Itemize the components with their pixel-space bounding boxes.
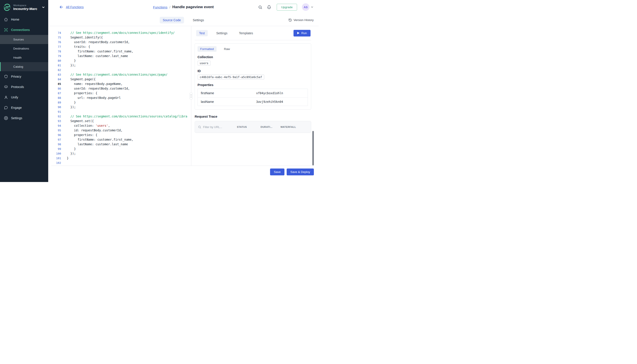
line-number: 96	[51, 133, 61, 137]
sidebar-item-privacy[interactable]: Privacy	[0, 71, 48, 82]
upgrade-button[interactable]: Upgrade	[277, 4, 297, 10]
test-panel-tabs: Test Settings Templates Run	[195, 26, 311, 40]
request-trace-table: STATUS DURATI... WATERFALL	[195, 121, 311, 133]
sidebar-item-settings[interactable]: Settings	[0, 113, 48, 123]
line-number: 101	[51, 156, 61, 160]
test-output: Formatted Raw Collection users ID c48b16…	[195, 43, 311, 110]
vertical-scrollbar-thumb[interactable]	[312, 131, 314, 166]
workspace-name: Incountry-Marc	[13, 7, 39, 10]
search-icon	[198, 126, 201, 129]
sidebar-item-destinations[interactable]: Destinations	[0, 44, 48, 53]
code-text: Segment.identify({	[61, 35, 103, 40]
code-line: 94 collection: 'users',	[51, 124, 191, 128]
chevron-down-icon	[310, 6, 314, 8]
code-line: 84 Segment.page({	[51, 77, 191, 82]
tab-source-code[interactable]: Source Code	[160, 17, 184, 24]
sidebar: Workspace Incountry-Marc Home Connection…	[0, 0, 48, 182]
resize-handle[interactable]	[190, 93, 193, 99]
sidebar-item-label: Unify	[11, 96, 18, 99]
home-icon	[4, 18, 8, 22]
code-line: 85 name: requestBody.pageName,	[51, 82, 191, 86]
sidebar-item-label: Protocols	[11, 85, 24, 89]
sidebar-item-sources[interactable]: Sources	[0, 35, 48, 44]
version-history-button[interactable]: Version History	[288, 18, 314, 22]
line-number: 89	[51, 100, 61, 105]
code-text: Segment.set({	[61, 119, 94, 124]
code-lines: 74 // See https://segment.com/docs/conne…	[51, 30, 191, 165]
bell-icon[interactable]	[266, 5, 272, 10]
code-line: 88 url: requestBody.pageUrl	[51, 96, 191, 100]
test-panel: Test Settings Templates Run Formatted Ra…	[191, 26, 311, 166]
sidebar-subitem-label: Health	[13, 56, 22, 59]
line-number: 98	[51, 142, 61, 146]
trace-filter-input[interactable]	[203, 126, 232, 129]
all-functions-link[interactable]: All Functions	[66, 5, 84, 9]
code-line: 102	[51, 160, 191, 165]
line-number: 82	[51, 68, 61, 72]
line-number: 94	[51, 124, 61, 128]
line-number: 85	[51, 82, 61, 86]
code-text: // See https://segment.com/docs/connecti…	[61, 114, 187, 119]
run-button[interactable]: Run	[294, 30, 310, 36]
code-text: }	[61, 100, 76, 105]
code-text: userId: requestBody.customerId,	[61, 40, 130, 44]
account-menu[interactable]: AS	[302, 3, 314, 11]
line-number: 80	[51, 58, 61, 63]
tab-formatted[interactable]: Formatted	[198, 46, 216, 52]
sidebar-item-engage[interactable]: Engage	[0, 102, 48, 113]
breadcrumb-separator: /	[170, 5, 170, 9]
code-line: 75 Segment.identify({	[51, 35, 191, 40]
sidebar-item-unify[interactable]: Unify	[0, 92, 48, 102]
workspace-switcher[interactable]: Workspace Incountry-Marc	[0, 0, 48, 14]
tab-test-settings[interactable]: Settings	[214, 30, 230, 36]
save-deploy-button[interactable]: Save & Deploy	[287, 168, 314, 175]
search-icon[interactable]	[258, 5, 262, 10]
trace-column-status: STATUS	[237, 126, 260, 128]
code-line: 97 firstName: customer.first_name,	[51, 137, 191, 142]
sidebar-item-home[interactable]: Home	[0, 14, 48, 24]
tab-test[interactable]: Test	[196, 30, 208, 36]
main-area: All Functions Functions / Handle pagevie…	[48, 0, 318, 182]
code-line: 99 }	[51, 146, 191, 151]
sidebar-item-protocols[interactable]: Protocols	[0, 82, 48, 92]
sidebar-item-label: Privacy	[11, 75, 21, 78]
save-button[interactable]: Save	[270, 168, 284, 175]
code-line: 95 id: requestBody.customerId,	[51, 128, 191, 133]
id-value: c48b16fa-eabc-4ef5-9a1f-a5c891e6c5af	[198, 74, 264, 80]
tab-settings[interactable]: Settings	[190, 17, 207, 24]
line-number: 93	[51, 119, 61, 124]
sidebar-item-health[interactable]: Health	[0, 53, 48, 62]
sidebar-subitem-label: Destinations	[13, 47, 29, 50]
play-icon	[297, 32, 300, 34]
code-line: 83 // See https://segment.com/docs/conne…	[51, 72, 191, 77]
code-text: // See https://segment.com/docs/connecti…	[61, 30, 175, 35]
code-text: userId: requestBody.customerId,	[61, 86, 130, 91]
tab-raw[interactable]: Raw	[222, 46, 233, 52]
sidebar-item-label: Engage	[11, 106, 22, 110]
code-text: });	[61, 151, 76, 156]
line-number: 88	[51, 96, 61, 100]
sidebar-item-catalog[interactable]: Catalog	[0, 62, 48, 71]
code-line: 90 });	[51, 105, 191, 110]
code-line: 86 userId: requestBody.customerId,	[51, 86, 191, 91]
code-editor[interactable]: 74 // See https://segment.com/docs/conne…	[51, 26, 191, 166]
back-arrow-icon[interactable]	[59, 5, 64, 10]
code-line: 82	[51, 68, 191, 72]
trace-filter[interactable]	[198, 126, 237, 129]
sidebar-item-label: Home	[11, 18, 19, 21]
line-number: 83	[51, 72, 61, 77]
page-title: Handle pageview event	[172, 5, 214, 9]
property-key: lastName	[201, 100, 256, 104]
code-line: 96 properties: {	[51, 133, 191, 137]
code-text: properties: {	[61, 133, 97, 137]
history-icon	[288, 18, 292, 22]
property-value: 3avj9zehih5kn04	[256, 100, 283, 104]
collection-value: users	[198, 60, 210, 66]
avatar[interactable]: AS	[302, 3, 310, 11]
tab-templates[interactable]: Templates	[236, 30, 256, 36]
functions-breadcrumb-link[interactable]: Functions	[153, 5, 168, 9]
line-number: 91	[51, 110, 61, 114]
sidebar-item-connections[interactable]: Connections	[0, 24, 48, 35]
sidebar-subitem-label: Sources	[13, 38, 24, 41]
layers-icon	[4, 85, 8, 89]
